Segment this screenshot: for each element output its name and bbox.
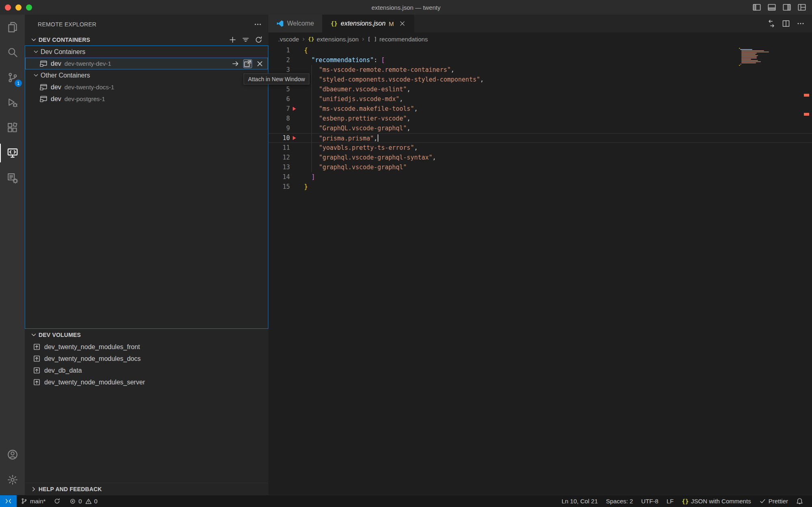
code-line[interactable]: 13 "graphql.vscode-graphql" (268, 162, 812, 172)
tree-group[interactable]: Dev Containers (25, 46, 268, 58)
activity-explorer[interactable] (0, 15, 25, 40)
activity-accounts[interactable] (0, 442, 25, 467)
code-line[interactable]: 11 "yoavbls.pretty-ts-errors", (268, 143, 812, 153)
status-language-mode[interactable]: {}JSON with Comments (678, 495, 755, 507)
activity-bar: 1 (0, 15, 25, 495)
activity-dev-containers[interactable] (0, 166, 25, 191)
split-editor-icon[interactable] (782, 19, 790, 28)
status-encoding[interactable]: UTF-8 (637, 495, 663, 507)
status-formatter[interactable]: Prettier (755, 495, 792, 507)
status-branch[interactable]: main* (17, 495, 50, 507)
status-cursor-position[interactable]: Ln 10, Col 21 (557, 495, 602, 507)
breadcrumb-separator: › (362, 35, 364, 43)
activity-remote-explorer[interactable] (0, 140, 25, 166)
layout-panel-icon[interactable] (767, 3, 776, 12)
code-line[interactable]: 5 "dbaeumer.vscode-eslint", (268, 84, 812, 94)
code-text: "unifiedjs.vscode-mdx", (304, 95, 403, 103)
section-dev-containers[interactable]: DEV CONTAINERS (25, 34, 268, 45)
open-changes-icon[interactable] (767, 19, 775, 28)
json-braces-icon: {} (330, 20, 337, 27)
code-line[interactable]: 8 "esbenp.prettier-vscode", (268, 114, 812, 123)
plus-icon[interactable] (229, 36, 237, 44)
volume-item[interactable]: dev_twenty_node_modules_docs (25, 353, 268, 365)
activity-run-and-debug[interactable] (0, 90, 25, 115)
line-number: 10 (268, 134, 290, 142)
status-remote[interactable] (0, 495, 17, 507)
overview-ruler-mark (804, 113, 809, 116)
container-item[interactable]: devdev-twenty-docs-1 (25, 81, 268, 93)
more-icon[interactable] (797, 19, 805, 28)
minimap[interactable] (739, 48, 770, 66)
activity-manage[interactable] (0, 467, 25, 492)
container-item[interactable]: devdev-postgres-1 (25, 93, 268, 105)
attach-current-window-button[interactable] (231, 60, 240, 68)
code-line[interactable]: 12 "graphql.vscode-graphql-syntax", (268, 153, 812, 162)
indent-guide (311, 65, 312, 172)
code-line[interactable]: 4 "styled-components.vscode-styled-compo… (268, 75, 812, 84)
token: "graphql.vscode-graphql-syntax" (319, 154, 432, 161)
status-indentation[interactable]: Spaces: 2 (602, 495, 637, 507)
line-number: 1 (268, 47, 290, 54)
tree-group[interactable]: Other Containers (25, 69, 268, 81)
extensions-icon (7, 122, 18, 134)
code-line[interactable]: 10 "prisma.prisma", (268, 133, 812, 143)
attach-new-window-button[interactable] (244, 60, 252, 68)
status-bar: main*00 Ln 10, Col 21Spaces: 2UTF-8LF{}J… (0, 495, 812, 507)
gutter-marker-icon (293, 107, 296, 111)
code-text: } (304, 183, 308, 190)
row-actions (231, 60, 268, 68)
code-line[interactable]: 7 "ms-vscode.makefile-tools", (268, 104, 812, 114)
activity-search[interactable] (0, 40, 25, 65)
dev-volumes-list: dev_twenty_node_modules_frontdev_twenty_… (25, 341, 268, 388)
minimap-line (741, 61, 761, 62)
status-sync[interactable] (50, 495, 65, 507)
code-line[interactable]: 6 "unifiedjs.vscode-mdx", (268, 94, 812, 104)
activity-source-control[interactable]: 1 (0, 65, 25, 90)
maximize-window-button[interactable] (26, 4, 32, 11)
tab-welcome[interactable]: Welcome (268, 15, 322, 32)
refresh-icon[interactable] (255, 36, 263, 44)
chevron-down-icon (30, 331, 37, 339)
layout-sidebar-left-icon[interactable] (752, 3, 761, 12)
stop-container-button[interactable] (256, 60, 264, 68)
breadcrumb-item[interactable]: [ ]recommendations (367, 36, 428, 43)
code-text: "esbenp.prettier-vscode", (304, 115, 410, 122)
minimap-line (741, 58, 757, 58)
close-window-button[interactable] (5, 4, 11, 11)
minimap-line (741, 54, 756, 55)
breadcrumb-item[interactable]: .vscode (278, 36, 299, 43)
code-line[interactable]: 9 "GraphQL.vscode-graphql", (268, 123, 812, 133)
filter-icon[interactable] (242, 36, 250, 44)
section-help-and-feedback[interactable]: HELP AND FEEDBACK (25, 483, 268, 495)
more-actions-icon[interactable] (254, 20, 262, 28)
code-text: "graphql.vscode-graphql-syntax", (304, 154, 436, 161)
layout-sidebar-right-icon[interactable] (782, 3, 791, 12)
volume-item[interactable]: dev_twenty_node_modules_server (25, 376, 268, 388)
status-label: LF (667, 498, 674, 505)
container-item[interactable]: devdev-twenty-dev-1 (25, 58, 268, 69)
breadcrumb-item[interactable]: {}extensions.json (308, 36, 358, 43)
status-notifications[interactable] (792, 495, 807, 507)
line-number: 11 (268, 144, 290, 151)
layout-customize-icon[interactable] (797, 3, 806, 12)
code-line[interactable]: 3 "ms-vscode-remote.remote-containers", (268, 65, 812, 75)
tab-close-button[interactable] (399, 20, 406, 27)
section-dev-volumes[interactable]: DEV VOLUMES (25, 329, 268, 341)
tab-extensions-json[interactable]: {}extensions.jsonM (322, 15, 415, 32)
gutter (290, 84, 304, 94)
container-description: dev-twenty-docs-1 (65, 84, 114, 91)
volume-item[interactable]: dev_db_data (25, 365, 268, 376)
token: , (400, 95, 403, 103)
code-line[interactable]: 14 ] (268, 172, 812, 182)
activity-extensions[interactable] (0, 115, 25, 140)
status-eol[interactable]: LF (663, 495, 678, 507)
code-line[interactable]: 15} (268, 182, 812, 192)
activity-bar-bottom (0, 442, 25, 495)
status-problems[interactable]: 00 (65, 495, 102, 507)
minimize-window-button[interactable] (15, 4, 22, 11)
code-line[interactable]: 2 "recommendations": [ (268, 55, 812, 65)
code-line[interactable]: 1{ (268, 45, 812, 55)
volume-item[interactable]: dev_twenty_node_modules_front (25, 341, 268, 353)
gutter-marker-icon (293, 136, 296, 140)
section-label: DEV CONTAINERS (39, 37, 90, 43)
